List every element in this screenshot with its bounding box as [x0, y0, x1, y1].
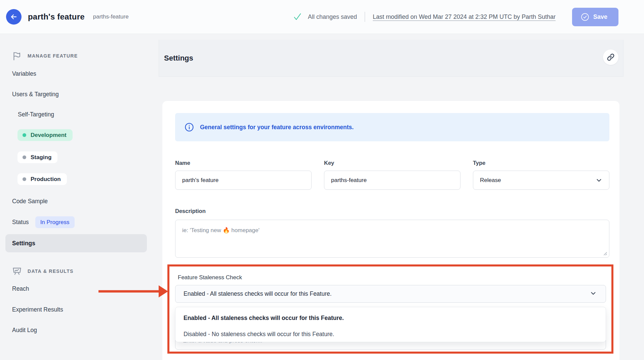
- env-dot-production: [23, 177, 26, 181]
- staleness-option-enabled[interactable]: Enabled - All staleness checks will occu…: [175, 310, 606, 326]
- env-development-label: Development: [31, 132, 67, 139]
- info-icon: [184, 122, 194, 132]
- key-input[interactable]: [324, 171, 460, 190]
- sidebar-status-row: Status In Progress: [0, 216, 159, 228]
- arrow-left-icon: [10, 13, 18, 21]
- staleness-select-value: Enabled - All staleness checks will occu…: [184, 290, 332, 297]
- flag-icon: [12, 51, 22, 61]
- sidebar: MANAGE FEATURE Variables Users & Targeti…: [0, 34, 159, 360]
- copy-link-button[interactable]: [603, 49, 618, 65]
- sidebar-item-audit-log[interactable]: Audit Log: [0, 326, 159, 334]
- type-select[interactable]: Release: [473, 171, 609, 190]
- sidebar-item-code-sample[interactable]: Code Sample: [0, 197, 159, 205]
- main-content: Settings General settings for your featu…: [159, 34, 644, 360]
- status-badge[interactable]: In Progress: [35, 216, 75, 228]
- saved-status: All changes saved: [293, 12, 357, 22]
- env-production-label: Production: [31, 176, 61, 183]
- save-button[interactable]: Save: [572, 8, 618, 26]
- data-results-header-label: DATA & RESULTS: [28, 268, 74, 274]
- type-label: Type: [473, 160, 609, 166]
- sidebar-env-development[interactable]: Development: [17, 129, 73, 141]
- manage-feature-section: MANAGE FEATURE: [0, 51, 159, 61]
- sidebar-item-self-targeting[interactable]: Self-Targeting: [0, 111, 159, 118]
- settings-panel-header: Settings: [159, 40, 623, 77]
- name-label: Name: [175, 160, 312, 166]
- status-label: Status: [12, 218, 29, 226]
- data-results-section: DATA & RESULTS: [0, 266, 159, 276]
- topbar-right-group: All changes saved Last modified on Wed M…: [293, 8, 618, 26]
- settings-card: General settings for your feature across…: [162, 101, 619, 360]
- description-label: Description: [175, 208, 609, 214]
- name-input[interactable]: [175, 171, 312, 190]
- divider: [365, 12, 365, 22]
- type-field-group: Type Release: [473, 160, 609, 190]
- page-title: parth's feature: [28, 12, 85, 22]
- info-banner-text: General settings for your feature across…: [200, 124, 354, 131]
- info-banner: General settings for your feature across…: [175, 113, 609, 141]
- type-select-value: Release: [480, 177, 501, 184]
- sidebar-item-experiment-results[interactable]: Experiment Results: [0, 306, 159, 314]
- sidebar-env-staging[interactable]: Staging: [17, 151, 57, 163]
- manage-feature-header-label: MANAGE FEATURE: [28, 53, 78, 59]
- app-root: parth's feature parths-feature All chang…: [0, 0, 644, 360]
- top-bar: parth's feature parths-feature All chang…: [0, 0, 644, 34]
- staleness-dropdown: Enabled - All staleness checks will occu…: [175, 307, 606, 342]
- link-icon: [606, 53, 615, 62]
- staleness-option-disabled[interactable]: Disabled - No staleness checks will occu…: [175, 326, 606, 342]
- staleness-select[interactable]: Enabled - All staleness checks will occu…: [175, 285, 606, 303]
- key-label: Key: [324, 160, 460, 166]
- sidebar-item-reach[interactable]: Reach: [0, 285, 159, 293]
- sidebar-settings-label: Settings: [12, 240, 35, 247]
- staleness-highlight-box: Feature Staleness Check Enabled - All st…: [167, 264, 613, 354]
- check-icon: [293, 12, 302, 22]
- save-button-label: Save: [593, 13, 607, 21]
- last-modified-link[interactable]: Last modified on Wed Mar 27 2024 at 2:32…: [373, 13, 556, 21]
- presentation-chart-icon: [12, 266, 22, 277]
- sidebar-item-users-targeting[interactable]: Users & Targeting: [0, 91, 159, 98]
- check-circle-icon: [581, 13, 589, 21]
- env-staging-label: Staging: [31, 154, 51, 161]
- description-field-group: Description: [175, 208, 609, 258]
- sidebar-item-settings[interactable]: Settings: [5, 234, 147, 252]
- sidebar-env-production[interactable]: Production: [17, 173, 67, 185]
- back-button[interactable]: [6, 9, 22, 25]
- description-textarea[interactable]: [175, 220, 609, 258]
- saved-status-text: All changes saved: [308, 13, 357, 21]
- key-field-group: Key: [324, 160, 460, 190]
- chevron-down-icon: [590, 290, 597, 297]
- name-field-group: Name: [175, 160, 312, 190]
- settings-panel-title: Settings: [164, 54, 193, 63]
- fields-row: Name Key Type Release: [175, 160, 609, 190]
- staleness-label: Feature Staleness Check: [178, 274, 606, 281]
- sidebar-item-variables[interactable]: Variables: [0, 70, 159, 78]
- env-dot-staging: [23, 155, 26, 159]
- env-dot-development: [23, 133, 26, 137]
- feature-key: parths-feature: [93, 13, 129, 20]
